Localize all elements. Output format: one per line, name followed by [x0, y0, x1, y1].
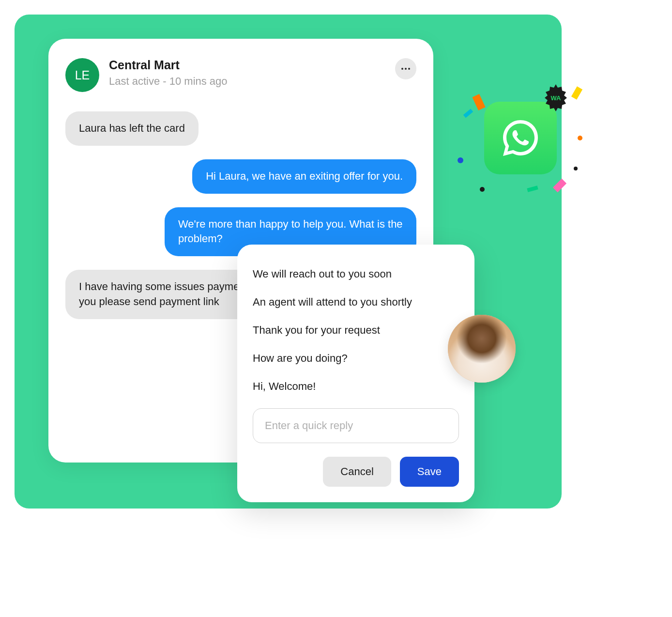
quick-reply-option[interactable]: Hi, Welcome! — [253, 372, 459, 401]
confetti-piece — [463, 109, 473, 118]
whatsapp-icon — [484, 102, 557, 174]
user-avatar — [448, 315, 516, 383]
confetti-piece — [571, 86, 582, 99]
whatsapp-badge: WA — [542, 84, 569, 111]
quick-reply-input[interactable] — [253, 408, 459, 443]
system-message: Laura has left the card — [65, 111, 199, 146]
message-row: Hi Laura, we have an exiting offer for y… — [65, 159, 416, 194]
confetti-piece — [578, 136, 582, 140]
whatsapp-badge-text: WA — [551, 94, 561, 102]
last-active-status: Last active - 10 mins ago — [109, 75, 395, 88]
confetti-piece — [472, 94, 485, 110]
header-text: Central Mart Last active - 10 mins ago — [109, 58, 395, 88]
quick-reply-option[interactable]: Thank you for your request — [253, 316, 459, 344]
confetti-piece — [574, 167, 578, 170]
quick-reply-option[interactable]: How are you doing? — [253, 344, 459, 372]
more-options-button[interactable] — [395, 58, 416, 79]
background-card: LE Central Mart Last active - 10 mins ag… — [15, 15, 562, 509]
outgoing-message: Hi Laura, we have an exiting offer for y… — [192, 159, 416, 194]
whatsapp-decoration: WA — [458, 77, 593, 213]
confetti-piece — [458, 157, 463, 163]
contact-name: Central Mart — [109, 58, 395, 72]
contact-avatar[interactable]: LE — [65, 58, 99, 92]
cancel-button[interactable]: Cancel — [323, 457, 391, 487]
confetti-piece — [553, 179, 566, 192]
avatar-initials: LE — [75, 68, 90, 82]
chat-header: LE Central Mart Last active - 10 mins ag… — [65, 58, 416, 92]
quick-reply-panel: We will reach out to you soon An agent w… — [237, 245, 474, 502]
quick-reply-actions: Cancel Save — [253, 457, 459, 487]
confetti-piece — [527, 185, 538, 192]
quick-reply-option[interactable]: An agent will attend to you shortly — [253, 288, 459, 316]
quick-reply-option[interactable]: We will reach out to you soon — [253, 260, 459, 288]
confetti-piece — [480, 187, 485, 192]
save-button[interactable]: Save — [400, 457, 459, 487]
more-dots-icon — [401, 68, 410, 70]
message-row: Laura has left the card — [65, 111, 416, 146]
